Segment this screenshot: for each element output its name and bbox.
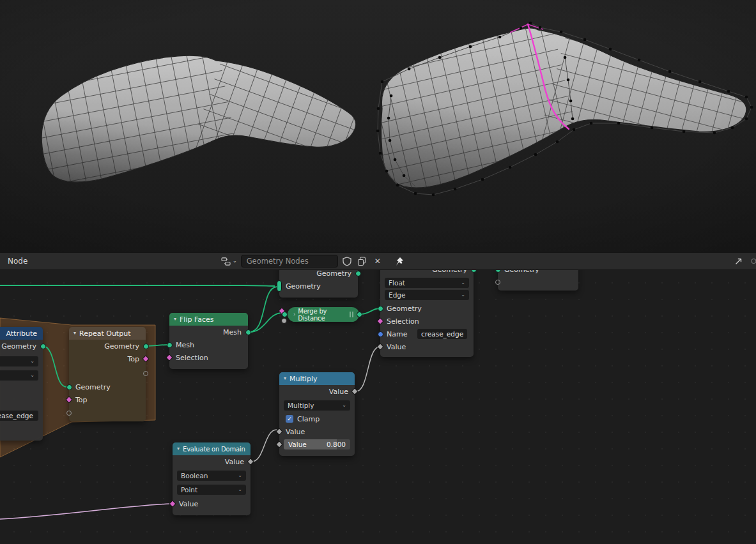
dropdown-value: Point — [181, 486, 197, 494]
chevron-down-icon: ⌄ — [461, 280, 465, 285]
socket-label: Value — [286, 428, 305, 436]
socket-label: Geometry — [286, 282, 321, 291]
socket-label: Selection — [176, 354, 208, 362]
domain-dropdown[interactable]: Point ⌄ — [177, 485, 246, 495]
geometry-input-socket[interactable] — [378, 306, 383, 312]
eval-input-value-row: Value — [173, 497, 251, 510]
collapse-chevron-icon[interactable]: ▾ — [73, 331, 76, 336]
domain-dropdown[interactable]: Edge ⌄ — [385, 290, 469, 300]
check-icon: ✓ — [287, 416, 292, 422]
node-repeat-output[interactable]: ▾ Repeat Output Geometry Top Geometry To… — [69, 327, 146, 421]
collapse-chevron-icon[interactable]: ▾ — [284, 376, 286, 381]
geometry-multi-input-socket[interactable] — [277, 280, 282, 292]
dropdown-value: Multiply — [288, 402, 314, 409]
name-input-socket[interactable] — [378, 331, 383, 337]
pin-icon — [394, 257, 404, 266]
distance-input-socket[interactable] — [281, 318, 287, 324]
eval-output-value-row: Value — [173, 455, 251, 468]
3d-viewport[interactable] — [0, 0, 756, 252]
domain-dropdown[interactable]: ⌄ — [0, 370, 38, 381]
multiply-output-value-row: Value — [279, 385, 355, 398]
data-type-dropdown[interactable]: Float ⌄ — [385, 278, 469, 288]
unlink-button[interactable]: ✕ — [371, 255, 384, 268]
sna-input-selection-row: Selection — [380, 315, 474, 328]
socket-label: Name — [387, 330, 407, 338]
go-to-parent-button[interactable] — [732, 255, 744, 268]
node-title: Attribute — [6, 329, 37, 338]
flip-input-selection-row: Selection — [169, 351, 248, 364]
menu-node-label: Node — [8, 257, 27, 266]
name-text-field[interactable]: ease_edge — [0, 411, 38, 421]
geometry-input-socket[interactable] — [66, 384, 72, 390]
chevron-down-icon: ⌄ — [30, 373, 35, 378]
sna-input-value-row: Value — [380, 340, 474, 353]
sna-input-name-row: Name crease_edge — [380, 328, 474, 340]
mesh-output-socket[interactable] — [245, 329, 251, 335]
data-type-dropdown[interactable]: ⌄ — [0, 356, 38, 366]
node-merge-by-distance[interactable]: › Merge by Distance — [288, 307, 359, 322]
repeat-output-geometry-row: Geometry — [69, 340, 146, 352]
geometry-output-socket[interactable] — [40, 344, 46, 349]
viewport-vignette — [0, 0, 756, 252]
node-evaluate-on-domain[interactable]: ▾ Evaluate on Domain Value Boolean ⌄ Poi… — [173, 442, 251, 515]
node-math-multiply[interactable]: ▾ Multiply Value Multiply ⌄ ✓ Clamp Valu… — [279, 372, 355, 456]
extend-output-socket[interactable] — [143, 371, 148, 376]
name-text-field[interactable]: crease_edge — [417, 329, 467, 339]
value-slider[interactable]: Value 0.800 — [284, 439, 350, 450]
node-title: Evaluate on Domain — [183, 446, 245, 453]
socket-label: Value — [179, 500, 198, 508]
geometry-output-socket[interactable] — [355, 271, 361, 276]
data-type-dropdown[interactable]: Boolean ⌄ — [177, 471, 246, 481]
collapse-chevron-icon[interactable]: ▾ — [174, 317, 176, 322]
node-header[interactable]: ▾ Multiply — [279, 372, 355, 385]
overlay-icon — [748, 255, 756, 267]
geometry-output-socket[interactable] — [357, 312, 362, 317]
node-header[interactable]: ▾ Evaluate on Domain — [173, 442, 251, 455]
node-header[interactable]: Attribute — [0, 327, 43, 340]
node-title: Merge by Distance — [298, 308, 347, 322]
node-store-named-attribute[interactable]: Geometry Float ⌄ Edge ⌄ Geometry Selecti… — [380, 257, 474, 357]
geometry-input-socket[interactable] — [282, 312, 288, 317]
repeat-input-top-row: Top — [69, 393, 146, 406]
tree-name-value: Geometry Nodes — [247, 257, 309, 266]
socket-label: Geometry — [1, 342, 36, 351]
collapse-chevron-icon[interactable]: ▾ — [177, 446, 180, 451]
socket-label: Geometry — [104, 342, 139, 351]
node-editor-icon — [221, 257, 231, 266]
node-header[interactable]: ▾ Repeat Output — [69, 327, 146, 340]
chevron-down-icon: ⌄ — [30, 359, 35, 364]
copy-icon — [357, 257, 367, 266]
pin-button[interactable] — [393, 255, 406, 268]
node-flip-faces[interactable]: ▾ Flip Faces Mesh Mesh Selection — [169, 313, 248, 369]
node-title: Repeat Output — [79, 329, 130, 338]
extend-input-socket[interactable] — [66, 411, 72, 416]
attr-output-geometry-row: Geometry — [0, 340, 43, 352]
mesh-input-socket[interactable] — [167, 342, 173, 348]
slider-value: 0.800 — [327, 441, 346, 448]
overlay-toggle-button-partial[interactable] — [748, 255, 756, 268]
editor-type-button[interactable]: ⌄ — [220, 255, 238, 268]
dropdown-value: Edge — [389, 291, 405, 299]
socket-label: Geometry — [387, 305, 422, 313]
chevron-down-icon: ⌄ — [461, 292, 465, 298]
socket-label: Geometry — [75, 383, 111, 391]
fake-user-shield-button[interactable] — [341, 255, 353, 268]
socket-label: Mesh — [176, 341, 194, 349]
geometry-output-socket[interactable] — [143, 344, 149, 349]
operation-dropdown[interactable]: Multiply ⌄ — [284, 400, 350, 411]
clamp-checkbox[interactable]: ✓ — [286, 415, 293, 423]
join-input-geometry-row: Geometry — [279, 280, 358, 292]
repeat-input-geometry-row: Geometry — [69, 381, 146, 393]
expand-chevron-icon[interactable]: › — [293, 312, 295, 317]
chevron-down-icon: ⌄ — [238, 487, 242, 492]
sna-input-geometry-row: Geometry — [380, 302, 474, 315]
duplicate-datablock-button[interactable] — [356, 255, 369, 268]
spacer — [0, 382, 43, 411]
menu-node[interactable]: Node — [0, 253, 35, 269]
virtual-input-socket[interactable] — [495, 280, 500, 285]
node-store-named-attribute-left[interactable]: Attribute Geometry ⌄ ⌄ ease_edge — [0, 327, 43, 441]
node-header[interactable]: ▾ Flip Faces — [169, 313, 248, 326]
tree-name-field[interactable]: Geometry Nodes — [241, 255, 338, 268]
dropdown-value: Boolean — [181, 472, 208, 480]
node-title: Flip Faces — [180, 315, 214, 324]
